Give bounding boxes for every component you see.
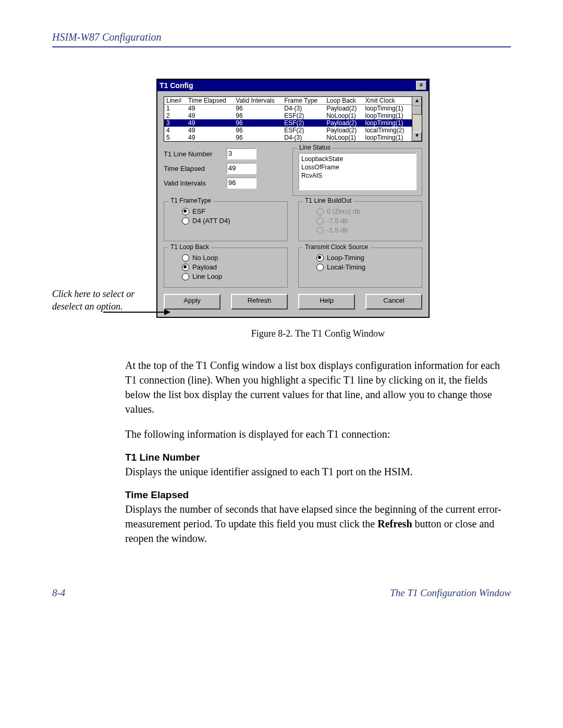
subhead-line-number: T1 Line Number: [125, 452, 511, 463]
radio-local-timing[interactable]: Local-Timing: [316, 263, 417, 271]
col-time-elapsed: Time Elapsed: [186, 97, 234, 105]
line-number-field[interactable]: 3: [226, 148, 256, 159]
table-row[interactable]: 14996D4-(3)Payload(2)loopTiming(1): [164, 105, 412, 113]
radio-d4[interactable]: D4 (ATT D4): [182, 217, 282, 225]
col-valid-intervals: Valid Intervals: [234, 97, 282, 105]
body-paragraph: The following information is displayed f…: [125, 427, 511, 441]
line-status-title: Line Status: [297, 144, 333, 151]
refresh-button[interactable]: Refresh: [231, 294, 288, 310]
line-listbox[interactable]: Line# Time Elapsed Valid Intervals Frame…: [164, 96, 422, 142]
line-status-list: LoopbackState LossOfFrame RcvAIS: [298, 153, 417, 190]
status-item: RcvAIS: [301, 171, 413, 180]
table-row[interactable]: 34996ESF(2)Payload(2)loopTiming(1): [164, 119, 412, 127]
radio-15db: -1.5 db: [316, 226, 417, 234]
status-item: LossOfFrame: [301, 163, 413, 171]
frametype-title: T1 FrameType: [168, 197, 213, 204]
frametype-group: T1 FrameType ESF D4 (ATT D4): [164, 201, 288, 241]
body-paragraph: Displays the unique identifier assigned …: [125, 464, 511, 479]
buildout-title: T1 Line BuildOut: [303, 197, 353, 204]
clock-source-group: Transmit Clock Source Loop-Timing Local-…: [298, 248, 422, 288]
callout-arrow: [103, 312, 170, 313]
col-line: Line#: [164, 97, 186, 105]
valid-intervals-field[interactable]: 96: [226, 177, 256, 189]
close-icon[interactable]: ×: [416, 81, 426, 90]
window-titlebar: T1 Config ×: [157, 80, 429, 91]
radio-esf[interactable]: ESF: [182, 207, 282, 215]
time-elapsed-label: Time Elapsed: [164, 165, 221, 172]
body-paragraph: At the top of the T1 Config window a lis…: [125, 358, 511, 416]
status-item: LoopbackState: [301, 155, 413, 163]
scroll-thumb[interactable]: [412, 106, 422, 115]
line-number-label: T1 Line Number: [164, 150, 221, 158]
loopback-title: T1 Loop Back: [168, 243, 211, 251]
figure-caption: Figure 8-2. The T1 Config Window: [125, 328, 511, 339]
loopback-group: T1 Loop Back No Loop Payload Line Loop: [164, 248, 288, 288]
col-frame-type: Frame Type: [282, 97, 324, 105]
page-header: HSIM-W87 Configuration: [52, 31, 161, 43]
scroll-up-icon[interactable]: ▲: [412, 97, 422, 106]
scroll-down-icon[interactable]: ▼: [412, 132, 422, 141]
help-button[interactable]: Help: [298, 294, 355, 310]
radio-lineloop[interactable]: Line Loop: [182, 273, 282, 280]
clock-source-title: Transmit Clock Source: [303, 243, 370, 251]
body-paragraph: Displays the number of seconds that have…: [125, 502, 511, 546]
valid-intervals-label: Valid Intervals: [164, 179, 221, 187]
apply-button[interactable]: Apply: [164, 294, 221, 310]
table-row[interactable]: 24996ESF(2)NoLoop(1)loopTiming(1): [164, 112, 412, 119]
callout-annotation: Click here to select or deselect an opti…: [52, 288, 146, 313]
t1-config-window: T1 Config × Line# Time Elapsed Valid Int…: [156, 79, 430, 318]
listbox-scrollbar[interactable]: ▲ ▼: [412, 96, 422, 142]
page-number: 8-4: [52, 587, 65, 599]
table-row[interactable]: 54996D4-(3)NoLoop(1)loopTiming(1): [164, 134, 412, 141]
radio-75db: -7.5 db: [316, 217, 417, 225]
cancel-button[interactable]: Cancel: [365, 294, 422, 310]
radio-loop-timing[interactable]: Loop-Timing: [316, 254, 417, 262]
radio-noloop[interactable]: No Loop: [182, 254, 282, 262]
subhead-time-elapsed: Time Elapsed: [125, 489, 511, 501]
footer-right: The T1 Configuration Window: [390, 587, 511, 599]
radio-0db: 0 (Zero) db: [316, 207, 417, 215]
col-xmit-clock: Xmit Clock: [363, 97, 412, 105]
list-header-row: Line# Time Elapsed Valid Intervals Frame…: [164, 97, 412, 105]
buildout-group: T1 Line BuildOut 0 (Zero) db -7.5 db -1.…: [298, 201, 422, 241]
time-elapsed-field[interactable]: 49: [226, 163, 256, 174]
col-loop-back: Loop Back: [324, 97, 363, 105]
table-row[interactable]: 44996ESF(2)Payload(2)localTiming(2): [164, 127, 412, 134]
window-title: T1 Config: [160, 81, 193, 90]
radio-payload[interactable]: Payload: [182, 263, 282, 271]
